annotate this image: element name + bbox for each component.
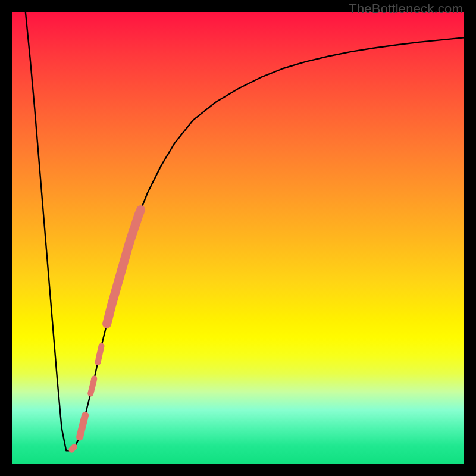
highlight-markers bbox=[71, 210, 140, 450]
dot-2 bbox=[80, 415, 85, 437]
dot-4 bbox=[98, 346, 101, 362]
watermark-label: TheBottleneck.com bbox=[349, 1, 463, 17]
dot-1 bbox=[71, 447, 74, 450]
chart-svg bbox=[12, 12, 464, 464]
chart-container: TheBottleneck.com bbox=[0, 0, 476, 476]
dot-3 bbox=[90, 378, 94, 393]
thick-band bbox=[107, 210, 141, 324]
